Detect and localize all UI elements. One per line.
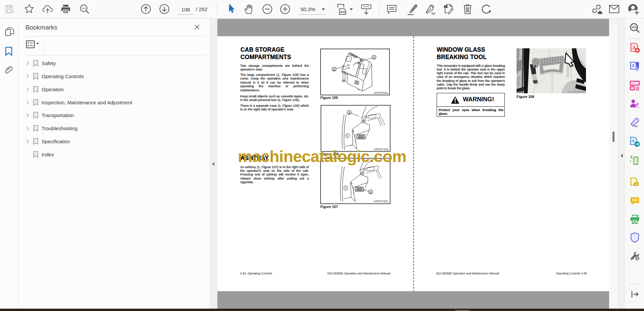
svg-text:2: 2: [333, 67, 335, 71]
svg-text:ARO0750L: ARO0750L: [373, 91, 388, 95]
svg-text:1: 1: [373, 55, 375, 59]
svg-text:HAOM590S: HAOM590S: [568, 90, 585, 94]
svg-text:1: 1: [370, 190, 372, 194]
svg-text:ARO0720L: ARO0720L: [373, 200, 388, 203]
svg-text:1: 1: [348, 111, 350, 114]
